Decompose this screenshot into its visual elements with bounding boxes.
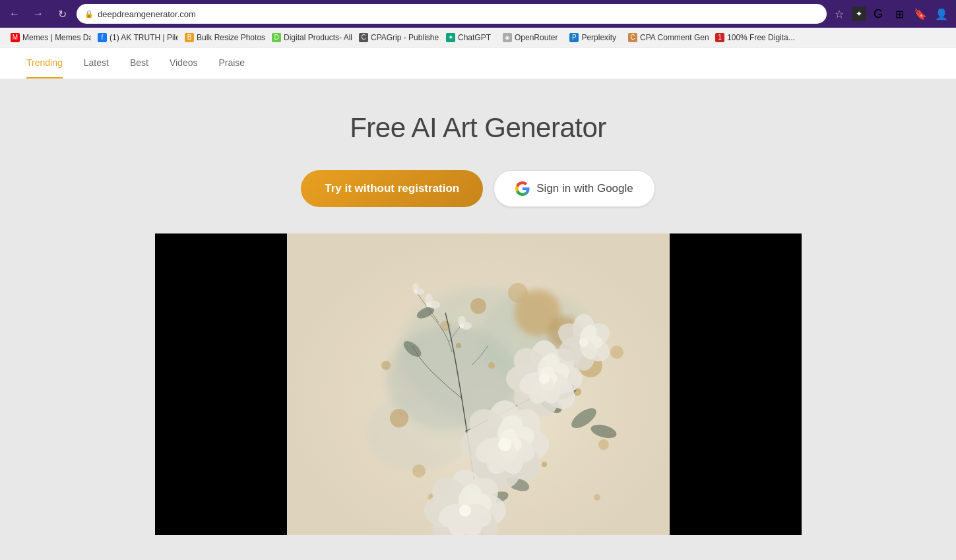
address-bar[interactable]: 🔒 deepdreamgenerator.com [77,4,827,24]
bookmark-favicon-memes: M [11,33,20,42]
nav-videos[interactable]: Videos [170,48,198,78]
try-without-registration-button[interactable]: Try it without registration [301,170,483,207]
bookmark-bulkresize[interactable]: B Bulk Resize Photos [179,32,265,44]
bookmark-cpagrip[interactable]: C CPAGrip - Publisher... [354,32,439,44]
sign-in-google-button[interactable]: Sign in with Google [494,170,654,207]
bookmark-openrouter[interactable]: ◈ OpenRouter [497,32,563,44]
extension-icon-4[interactable]: 🔖 [911,5,930,23]
bookmark-cpa-comment[interactable]: C CPA Comment Gen... [623,32,709,44]
google-btn-label: Sign in with Google [536,182,633,195]
browser-icons: ✦ G ⊞ 🔖 👤 [852,5,951,23]
bookmark-favicon-100free: 1 [715,33,724,42]
bookmark-label: 100% Free Digita... [727,33,795,42]
address-bar-row: ← → ↻ 🔒 deepdreamgenerator.com ☆ ✦ G ⊞ 🔖… [0,0,956,28]
bookmark-memes[interactable]: M Memes | Memes Da... [5,32,91,44]
bookmark-label: OpenRouter [515,33,558,42]
bookmark-chatgpt[interactable]: ✦ ChatGPT [441,32,496,44]
bookmark-label: CPAGrip - Publisher... [371,33,439,42]
bookmark-favicon-bulk: B [185,33,194,42]
reload-button[interactable]: ↻ [53,5,71,23]
bookmark-label: CPA Comment Gen... [640,33,709,42]
forward-button[interactable]: → [29,5,48,23]
main-content: Free AI Art Generator Try it without reg… [0,79,956,535]
google-logo-icon [515,181,530,196]
bookmark-label: Bulk Resize Photos [197,33,265,42]
extension-icon-1[interactable]: ✦ [852,7,866,21]
nav-trending[interactable]: Trending [26,48,63,78]
url-text: deepdreamgenerator.com [98,9,196,19]
google-extension-icon[interactable]: G [869,5,887,23]
extension-icon-3[interactable]: ⊞ [890,5,908,23]
image-showcase [155,233,802,535]
bookmark-favicon-cpa: C [359,33,368,42]
hero-title: Free AI Art Generator [350,112,606,144]
bookmark-favicon-chatgpt: ✦ [446,33,455,42]
bookmark-label: Digital Products- All... [284,33,352,42]
art-image [287,233,683,535]
bookmark-button[interactable]: ☆ [832,5,846,23]
bookmark-label: Perplexity [581,33,616,42]
nav-praise[interactable]: Praise [218,48,245,78]
bookmarks-bar: M Memes | Memes Da... f (1) AK TRUTH | P… [0,28,956,47]
bookmark-favicon-openrouter: ◈ [503,33,512,42]
svg-rect-102 [287,233,683,535]
black-side-left [155,233,287,535]
cta-row: Try it without registration Sign in with… [301,170,655,207]
lock-icon: 🔒 [84,10,94,18]
bookmark-perplexity[interactable]: P Perplexity [564,32,621,44]
bookmark-fb[interactable]: f (1) AK TRUTH | Piler... [92,32,178,44]
black-side-right [670,233,802,535]
bookmark-favicon-perplexity: P [569,33,579,42]
bookmark-label: (1) AK TRUTH | Piler... [110,33,178,42]
bookmark-label: Memes | Memes Da... [22,33,91,42]
extension-icon-5[interactable]: 👤 [932,5,951,23]
bookmark-favicon-fb: f [98,33,107,42]
back-button[interactable]: ← [5,5,24,23]
nav-best[interactable]: Best [130,48,148,78]
bookmark-100free[interactable]: 1 100% Free Digita... [710,32,796,44]
bookmark-digital[interactable]: D Digital Products- All... [267,32,352,44]
bookmark-favicon-digital: D [272,33,281,42]
watercolor-art [287,233,683,535]
browser-chrome: ← → ↻ 🔒 deepdreamgenerator.com ☆ ✦ G ⊞ 🔖… [0,0,956,47]
nav-latest[interactable]: Latest [84,48,109,78]
bookmark-label: ChatGPT [458,33,491,42]
site-nav: Trending Latest Best Videos Praise [0,47,956,79]
bookmark-favicon-cpa-comment: C [628,33,637,42]
